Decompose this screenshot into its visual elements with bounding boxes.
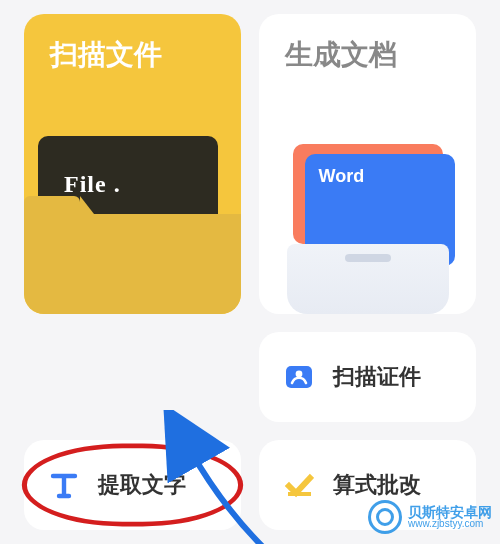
watermark-icon (368, 500, 402, 534)
id-card-icon (281, 361, 317, 393)
text-icon (46, 470, 82, 500)
scan-id-card[interactable]: 扫描证件 (259, 332, 476, 422)
scan-file-card[interactable]: 扫描文件 File . (24, 14, 241, 314)
file-label: File . (64, 171, 121, 198)
tray (287, 244, 449, 314)
watermark-url: www.zjbstyy.com (408, 519, 492, 529)
svg-rect-2 (288, 492, 311, 496)
word-label: Word (319, 166, 365, 186)
folder-front (24, 214, 241, 314)
generate-doc-title: 生成文档 (285, 36, 397, 74)
extract-text-card[interactable]: 提取文字 (24, 440, 241, 530)
check-icon (281, 470, 317, 500)
watermark-name: 贝斯特安卓网 (408, 505, 492, 519)
formula-check-label: 算式批改 (333, 470, 421, 500)
svg-point-1 (296, 371, 303, 378)
watermark: 贝斯特安卓网 www.zjbstyy.com (368, 500, 492, 534)
extract-text-label: 提取文字 (98, 470, 186, 500)
generate-doc-card[interactable]: 生成文档 Word (259, 14, 476, 314)
scan-id-label: 扫描证件 (333, 362, 421, 392)
scan-file-title: 扫描文件 (50, 36, 162, 74)
